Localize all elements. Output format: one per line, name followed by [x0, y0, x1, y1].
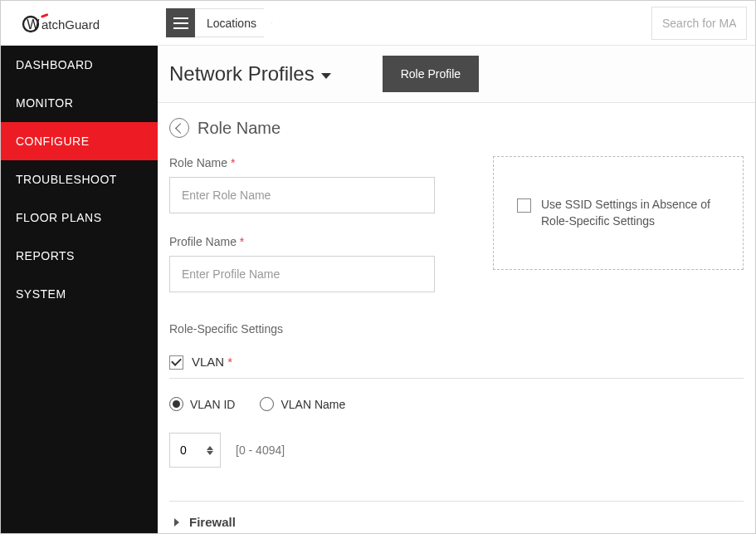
role-name-label: Role Name *	[169, 156, 435, 169]
vlan-checkbox[interactable]	[169, 355, 183, 370]
section-header: Role Name	[169, 118, 744, 138]
back-button[interactable]	[169, 118, 189, 138]
brand-logo: atchGuard W	[22, 12, 138, 34]
main-pane: Locations Network Profiles Role Profile …	[158, 1, 755, 533]
page-title-text: Network Profiles	[169, 62, 315, 86]
logo-area: atchGuard W	[1, 1, 158, 46]
titlebar: Network Profiles Role Profile	[158, 46, 755, 103]
vlan-header: VLAN *	[169, 354, 744, 379]
radio-vlan-id-label: VLAN ID	[190, 398, 235, 411]
vlan-range-hint: [0 - 4094]	[236, 443, 285, 457]
radio-icon	[169, 397, 183, 411]
svg-rect-5	[173, 22, 188, 24]
vlan-number-value: 0	[180, 443, 187, 457]
required-star: *	[227, 355, 232, 369]
field-role-name: Role Name *	[169, 156, 435, 213]
svg-text:W: W	[27, 17, 40, 32]
sidebar-item-configure[interactable]: CONFIGURE	[1, 122, 158, 160]
form-left-column: Role Name * Profile Name *	[169, 156, 435, 314]
profile-name-label: Profile Name *	[169, 235, 435, 248]
role-name-input[interactable]	[169, 177, 435, 213]
accordion-firewall[interactable]: Firewall	[169, 501, 744, 533]
page-title-dropdown[interactable]: Network Profiles	[169, 62, 331, 86]
profile-name-input[interactable]	[169, 256, 435, 292]
ssid-fallback-box: Use SSID Settings in Absence of Role-Spe…	[493, 156, 744, 270]
radio-icon	[260, 397, 274, 411]
sidebar-nav: DASHBOARD MONITOR CONFIGURE TROUBLESHOOT…	[1, 46, 158, 313]
sidebar-item-reports[interactable]: REPORTS	[1, 237, 158, 275]
caret-down-icon	[321, 73, 331, 79]
sidebar-item-troubleshoot[interactable]: TROUBLESHOOT	[1, 160, 158, 198]
sidebar: atchGuard W DASHBOARD MONITOR CONFIGURE …	[1, 1, 158, 533]
chevron-right-icon	[174, 518, 179, 527]
hamburger-menu-button[interactable]	[166, 8, 195, 37]
radio-vlan-id[interactable]: VLAN ID	[169, 397, 235, 411]
svg-text:atchGuard: atchGuard	[41, 17, 100, 32]
ssid-fallback-label: Use SSID Settings in Absence of Role-Spe…	[541, 197, 719, 229]
content-area: Role Name Role Name * Profile Name *	[158, 103, 755, 533]
topbar: Locations	[158, 1, 755, 46]
sidebar-item-dashboard[interactable]: DASHBOARD	[1, 46, 158, 84]
sidebar-item-monitor[interactable]: MONITOR	[1, 84, 158, 122]
section-title: Role Name	[198, 119, 280, 138]
form-area: Role Name * Profile Name * Use SS	[169, 156, 744, 314]
radio-vlan-name[interactable]: VLAN Name	[260, 397, 345, 411]
role-profile-button[interactable]: Role Profile	[383, 56, 479, 92]
search-input[interactable]	[651, 7, 747, 40]
required-star: *	[240, 235, 244, 248]
vlan-number-input[interactable]: 0	[169, 433, 221, 468]
number-stepper	[207, 446, 213, 455]
field-profile-name: Profile Name *	[169, 235, 435, 292]
vlan-value-row: 0 [0 - 4094]	[169, 433, 744, 468]
vlan-label: VLAN *	[192, 355, 232, 369]
sidebar-item-floorplans[interactable]: FLOOR PLANS	[1, 198, 158, 237]
role-specific-heading: Role-Specific Settings	[169, 322, 744, 336]
vlan-mode-radio-group: VLAN ID VLAN Name	[169, 397, 744, 411]
hamburger-icon	[173, 17, 188, 29]
arrow-left-icon	[175, 123, 186, 134]
svg-rect-4	[173, 17, 188, 19]
sidebar-item-system[interactable]: SYSTEM	[1, 275, 158, 313]
radio-vlan-name-label: VLAN Name	[280, 398, 345, 411]
ssid-fallback-checkbox[interactable]	[517, 198, 531, 213]
svg-rect-6	[173, 27, 188, 29]
required-star: *	[231, 156, 235, 169]
step-down-icon[interactable]	[207, 451, 213, 455]
firewall-label: Firewall	[189, 515, 236, 529]
breadcrumb-locations[interactable]: Locations	[195, 8, 272, 37]
watchguard-logo-icon: atchGuard W	[22, 12, 138, 34]
step-up-icon[interactable]	[207, 446, 213, 450]
